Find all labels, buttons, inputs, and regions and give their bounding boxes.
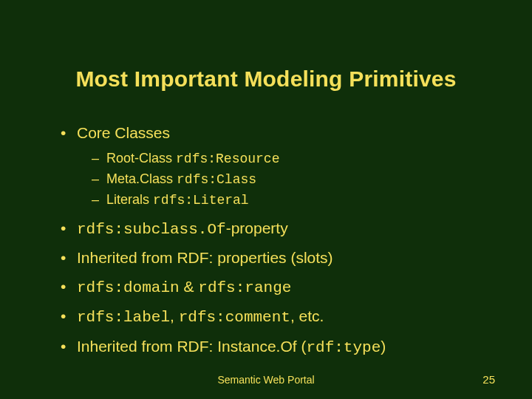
sub-item: Literals rdfs:Literal xyxy=(92,190,488,211)
bullet-mid: & xyxy=(180,278,199,295)
sub-prefix: Root-Class xyxy=(106,151,176,166)
slide-title: Most Important Modeling Primitives xyxy=(44,66,488,92)
code-text: rdfs:Class xyxy=(177,172,256,187)
bullet-suffix: -property xyxy=(226,219,288,236)
code-text: rdfs:label xyxy=(77,309,170,326)
sub-list: Root-Class rdfs:Resource Meta.Class rdfs… xyxy=(77,149,488,211)
code-text: rdfs:domain xyxy=(77,279,180,296)
sub-prefix: Meta.Class xyxy=(106,171,177,186)
sub-prefix: Literals xyxy=(106,192,153,207)
code-text: rdfs:Literal xyxy=(153,193,249,208)
bullet-instanceof: Inherited from RDF: Instance.Of (rdf:typ… xyxy=(61,335,488,361)
bullet-suffix: , etc. xyxy=(290,307,324,324)
bullet-subclassof: rdfs:subclass.Of-property xyxy=(61,216,488,242)
code-text: rdfs:Resource xyxy=(176,151,279,166)
bullet-label: Inherited from RDF: properties (slots) xyxy=(77,249,333,266)
code-text: rdfs:comment xyxy=(179,309,290,326)
code-text: rdf:type xyxy=(306,339,381,356)
code-text: rdfs:subclass.Of xyxy=(77,221,226,238)
slide: Most Important Modeling Primitives Core … xyxy=(0,0,532,399)
bullet-label-comment: rdfs:label, rdfs:comment, etc. xyxy=(61,304,488,330)
bullet-core-classes: Core Classes Root-Class rdfs:Resource Me… xyxy=(61,121,488,211)
bullet-list: Core Classes Root-Class rdfs:Resource Me… xyxy=(44,121,488,360)
bullet-domain-range: rdfs:domain & rdfs:range xyxy=(61,275,488,301)
sub-item: Root-Class rdfs:Resource xyxy=(92,149,488,169)
footer-label: Semantic Web Portal xyxy=(0,374,532,386)
bullet-suffix: ) xyxy=(381,338,386,355)
bullet-inherited-properties: Inherited from RDF: properties (slots) xyxy=(61,246,488,270)
bullet-label: Core Classes xyxy=(77,124,170,141)
bullet-prefix: Inherited from RDF: Instance.Of ( xyxy=(77,338,306,355)
sub-item: Meta.Class rdfs:Class xyxy=(92,169,488,190)
code-text: rdfs:range xyxy=(198,279,291,296)
page-number: 25 xyxy=(482,373,495,386)
bullet-comma: , xyxy=(170,307,179,324)
